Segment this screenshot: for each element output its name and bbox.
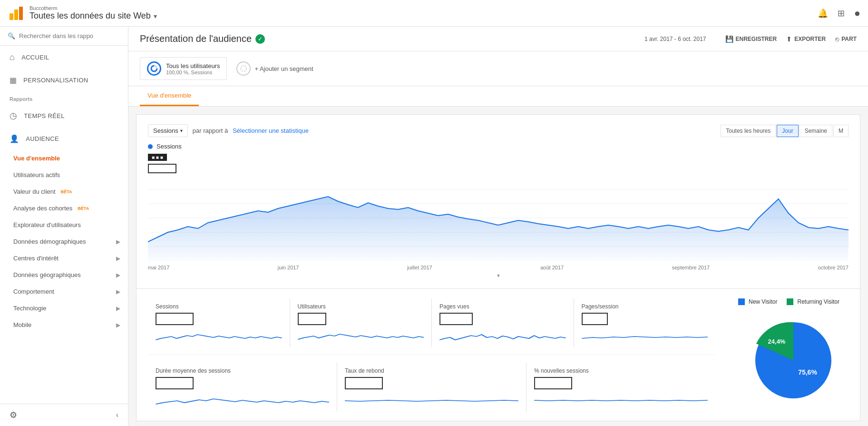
- chart-area: [148, 175, 848, 261]
- save-icon: 💾: [725, 35, 733, 43]
- sidebar-item-temps-reel[interactable]: ◷ TEMPS RÉEL: [0, 104, 128, 128]
- sidebar-subitem-label-utilisateurs-actifs: Utilisateurs actifs: [13, 171, 60, 178]
- time-btn-all-hours[interactable]: Toutes les heures: [721, 125, 776, 137]
- sidebar-subitem-centres-interet[interactable]: Centres d'intérêt ▶: [0, 250, 128, 267]
- segment-info: Tous les utilisateurs 100,00 %, Sessions: [166, 62, 220, 75]
- export-icon: ⬆: [786, 35, 792, 43]
- segment-circle-icon: [147, 61, 161, 76]
- sparkline-utilisateurs: [298, 328, 424, 342]
- sidebar-subitem-donnees-geo[interactable]: Données géographiques ▶: [0, 267, 128, 283]
- sidebar-subitem-comportement[interactable]: Comportement ▶: [0, 283, 128, 300]
- stat-value-pages-session: [582, 313, 608, 325]
- x-label-octobre: octobre 2017: [818, 265, 848, 270]
- segment-desc: 100,00 %, Sessions: [166, 69, 220, 75]
- pie-legend: New Visitor Returning Visitor: [738, 298, 839, 305]
- all-users-segment[interactable]: Tous les utilisateurs 100,00 %, Sessions: [140, 57, 227, 80]
- sidebar-item-accueil[interactable]: ⌂ ACCUEIL: [0, 46, 128, 69]
- legend-label-sessions: Sessions: [156, 143, 182, 150]
- add-segment-button[interactable]: + Ajouter un segment: [236, 61, 313, 76]
- stats-row-2: Durée moyenne des sessions Taux de rebon…: [148, 355, 715, 411]
- sidebar-subitem-vue-ensemble[interactable]: Vue d'ensemble: [0, 150, 128, 167]
- site-selector-text: Toutes les données du site Web: [29, 11, 151, 21]
- expand-icon-4: ▶: [116, 288, 120, 295]
- sparkline-duree-sessions: [156, 392, 329, 406]
- settings-icon[interactable]: ⚙: [10, 410, 17, 420]
- search-input[interactable]: [19, 32, 120, 40]
- reports-section-label: Rapports: [0, 91, 128, 104]
- stat-duree-sessions: Durée moyenne des sessions: [148, 363, 337, 411]
- sidebar-subitem-label-vue-ensemble: Vue d'ensemble: [13, 155, 60, 162]
- sidebar-bottom: ⚙ ‹: [0, 404, 128, 426]
- sidebar-subitem-analyse-cohortes[interactable]: Analyse des cohortes BÊTA: [0, 200, 128, 217]
- stat-label-duree-sessions: Durée moyenne des sessions: [156, 367, 329, 374]
- verified-icon: ✓: [255, 34, 265, 44]
- collapse-icon[interactable]: ‹: [116, 411, 118, 419]
- save-button[interactable]: 💾 ENREGISTRER: [725, 35, 777, 43]
- segments-bar: Tous les utilisateurs 100,00 %, Sessions…: [128, 51, 868, 86]
- chart-y-label: [148, 164, 848, 173]
- expand-icon-5: ▶: [116, 305, 120, 312]
- sidebar-subitem-explorateur[interactable]: Explorateur d'utilisateurs: [0, 217, 128, 233]
- tabs-bar: Vue d'ensemble: [128, 86, 868, 107]
- audience-icon: 👤: [10, 134, 19, 143]
- svg-rect-0: [10, 13, 13, 20]
- sidebar-subitem-utilisateurs-actifs[interactable]: Utilisateurs actifs: [0, 167, 128, 183]
- segments-left: Tous les utilisateurs 100,00 %, Sessions…: [140, 57, 313, 80]
- pie-legend-label-returning: Returning Visitor: [797, 298, 839, 305]
- grid-icon[interactable]: ⊞: [838, 8, 845, 19]
- search-icon: 🔍: [8, 32, 15, 40]
- pie-legend-label-new: New Visitor: [749, 298, 777, 305]
- date-range: 1 avr. 2017 - 6 oct. 2017: [644, 36, 706, 42]
- time-buttons: Toutes les heures Jour Semaine M: [721, 125, 848, 137]
- stat-pages-session: Pages/session: [574, 298, 716, 347]
- expand-icon-6: ▶: [116, 322, 120, 328]
- share-button[interactable]: ⎋ PART: [835, 35, 857, 43]
- sidebar-item-audience[interactable]: 👤 AUDIENCE: [0, 128, 128, 150]
- share-icon: ⎋: [835, 35, 839, 43]
- x-label-septembre: septembre 2017: [672, 265, 710, 270]
- stat-sessions: Sessions: [148, 298, 290, 347]
- time-btn-month[interactable]: M: [833, 125, 848, 137]
- expand-icon-3: ▶: [116, 272, 120, 278]
- chart-controls: Sessions ▾ par rapport à Sélectionner un…: [148, 124, 848, 137]
- select-stat-link[interactable]: Sélectionner une statistique: [233, 127, 309, 134]
- sidebar-subitem-donnees-demographiques[interactable]: Données démographiques ▶: [0, 233, 128, 250]
- export-button[interactable]: ⬆ EXPORTER: [786, 35, 826, 43]
- time-btn-day[interactable]: Jour: [777, 125, 798, 137]
- tab-vue-ensemble[interactable]: Vue d'ensemble: [140, 86, 199, 106]
- sidebar-item-label-temps-reel: TEMPS RÉEL: [24, 112, 64, 119]
- brand-area: Buccotherm Toutes les données du site We…: [8, 5, 157, 22]
- svg-rect-1: [14, 10, 18, 20]
- scroll-arrow[interactable]: ▾: [148, 272, 848, 279]
- x-axis: mai 2017 juin 2017 juillet 2017 août 201…: [148, 263, 848, 272]
- metric-select-label: Sessions: [153, 127, 178, 134]
- stats-row-1: Sessions Utilisateurs: [148, 298, 715, 347]
- sidebar-subitem-mobile[interactable]: Mobile ▶: [0, 317, 128, 333]
- metric-select[interactable]: Sessions ▾: [148, 124, 188, 137]
- stat-nouvelles-sessions: % nouvelles sessions: [527, 363, 715, 411]
- stat-label-pages-vues: Pages vues: [439, 303, 566, 310]
- page-title: Présentation de l'audience: [140, 33, 252, 44]
- sidebar-subitem-technologie[interactable]: Technologie ▶: [0, 300, 128, 317]
- sessions-chart: [148, 175, 848, 261]
- brand-name: Buccotherm: [29, 5, 157, 11]
- main-header: Présentation de l'audience ✓ 1 avr. 2017…: [128, 27, 868, 51]
- stat-value-utilisateurs: [298, 313, 326, 325]
- time-btn-week[interactable]: Semaine: [800, 125, 832, 137]
- site-selector[interactable]: Toutes les données du site Web ▾: [29, 11, 157, 21]
- sidebar-subitem-valeur-client[interactable]: Valeur du client BÊTA: [0, 183, 128, 200]
- expand-icon-2: ▶: [116, 255, 120, 262]
- sparkline-taux-rebond: [345, 392, 518, 406]
- sidebar-item-personnalisation[interactable]: ▦ PERSONNALISATION: [0, 69, 128, 91]
- stats-section: Sessions Utilisateurs: [137, 289, 727, 421]
- account-icon[interactable]: ●: [854, 7, 860, 20]
- chevron-down-icon: ▾: [154, 12, 157, 20]
- pie-color-returning: [787, 298, 793, 305]
- sidebar-search-area[interactable]: 🔍: [0, 27, 128, 46]
- sparkline-pages-session: [582, 328, 708, 342]
- bell-icon[interactable]: 🔔: [818, 8, 828, 19]
- sparkline-nouvelles-sessions: [534, 392, 708, 406]
- sidebar-item-label-personnalisation: PERSONNALISATION: [23, 77, 88, 84]
- stat-label-utilisateurs: Utilisateurs: [298, 303, 424, 310]
- add-segment-label: + Ajouter un segment: [254, 65, 313, 72]
